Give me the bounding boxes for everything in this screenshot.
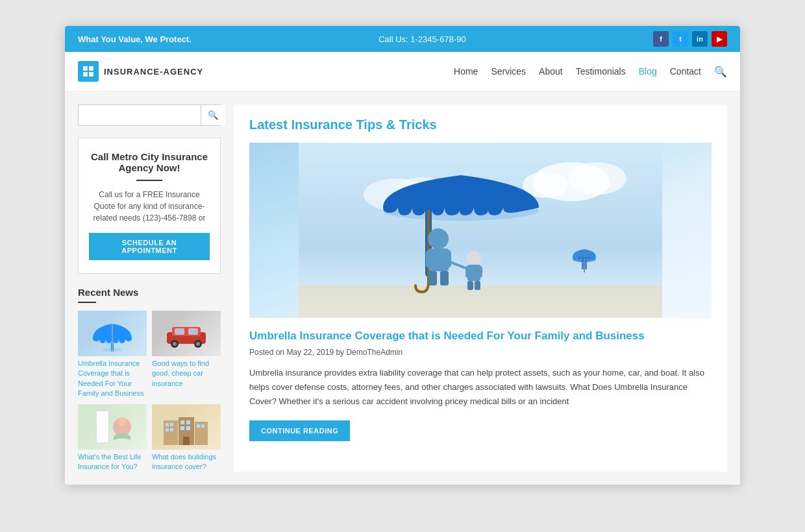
svg-rect-43 [426,250,432,268]
slogan: What You Value, We Protect. [78,34,192,44]
nav-about[interactable]: About [539,66,563,77]
svg-rect-46 [440,271,449,285]
svg-rect-30 [201,424,204,428]
svg-rect-3 [89,72,93,77]
article-title[interactable]: Umbrella Insurance Coverage that is Need… [249,328,712,344]
svg-point-47 [467,251,481,265]
logo-text: INSURANCE-AGENCY [104,67,203,77]
news-item-1: Umbrella Insurance Coverage that is Need… [78,311,147,399]
browser-frame: What You Value, We Protect. Call Us: 1-2… [65,26,740,485]
svg-rect-27 [180,426,184,430]
svg-rect-51 [467,281,473,290]
news-thumb-3 [78,404,147,450]
nav-blog[interactable]: Blog [639,66,657,77]
search-input[interactable] [79,105,201,125]
svg-point-13 [196,342,200,346]
article-meta: Posted on May 22, 2019 by DemoTheAdmin [249,348,712,357]
news-item-4: What does buildings insurance cover? [152,404,221,472]
header: INSURANCE-AGENCY Home Services About Tes… [65,52,740,91]
svg-rect-8 [175,328,184,335]
article-author: DemoTheAdmin [346,348,402,357]
svg-rect-0 [83,66,88,71]
main-nav: Home Services About Testimonials Blog Co… [454,66,727,78]
svg-rect-52 [475,281,480,290]
svg-point-17 [118,417,126,426]
recent-news-heading: Recent News [78,287,221,298]
news-thumb-1 [78,311,147,356]
sidebar: 🔍 Call Metro City Insurance Agency Now! … [78,104,221,472]
article-date: May 22, 2019 [286,348,336,357]
phone: Call Us: 1-2345-678-90 [378,34,465,44]
nav-testimonials[interactable]: Testimonials [576,66,626,77]
logo-icon [78,61,99,82]
section-title: Latest Insurance Tips & Tricks [249,117,712,132]
article-body: Umbrella insurance provides extra liabil… [249,366,712,409]
youtube-icon[interactable]: ▶ [712,31,727,47]
news-item-3: What's the Best Life Insurance for You? [78,404,147,472]
search-icon[interactable]: 🔍 [714,66,727,78]
svg-rect-45 [428,271,437,285]
search-box[interactable]: 🔍 [78,104,221,126]
cta-title: Call Metro City Insurance Agency Now! [89,151,210,173]
nav-services[interactable]: Services [491,66,526,77]
news-thumb-2 [152,311,221,356]
news-item-2: Good ways to find good, cheap car insura… [152,311,221,399]
svg-rect-28 [186,426,190,430]
nav-home[interactable]: Home [454,66,478,77]
svg-rect-22 [170,423,173,426]
search-button[interactable]: 🔍 [201,105,225,125]
recent-news-divider [78,302,96,303]
svg-rect-44 [445,250,451,268]
recent-news: Recent News Umbrella Insurance Coverage … [78,287,221,472]
main-content: 🔍 Call Metro City Insurance Agency Now! … [65,91,740,485]
svg-rect-38 [299,285,662,318]
svg-rect-21 [166,423,169,426]
linkedin-icon[interactable]: in [692,31,708,47]
news-link-2[interactable]: Good ways to find good, cheap car insura… [152,359,221,389]
continue-reading-button[interactable]: CONTINUE READING [249,420,350,441]
twitter-icon[interactable]: t [673,31,688,47]
svg-rect-2 [83,72,88,77]
svg-point-34 [568,162,626,195]
svg-rect-1 [89,66,93,71]
svg-rect-25 [180,420,184,424]
svg-rect-29 [197,424,200,428]
nav-contact[interactable]: Contact [670,66,701,77]
svg-rect-26 [186,420,190,424]
news-link-3[interactable]: What's the Best Life Insurance for You? [78,452,147,472]
logo[interactable]: INSURANCE-AGENCY [78,61,203,82]
svg-rect-50 [478,266,482,278]
svg-rect-9 [188,328,198,335]
article-hero-image [249,143,712,318]
schedule-button[interactable]: SCHEDULE AN APPOINTMENT [89,233,210,260]
news-link-4[interactable]: What does buildings insurance cover? [152,452,221,472]
svg-point-41 [428,228,449,249]
news-thumb-4 [152,404,221,450]
svg-rect-24 [170,428,173,431]
svg-rect-31 [183,437,190,445]
facebook-icon[interactable]: f [653,31,669,47]
meta-prefix: Posted on [249,348,286,357]
news-link-1[interactable]: Umbrella Insurance Coverage that is Need… [78,359,147,399]
svg-rect-23 [166,428,169,431]
social-icons: f t in ▶ [653,31,727,47]
cta-box: Call Metro City Insurance Agency Now! Ca… [78,138,221,274]
author-prefix: by [336,348,346,357]
top-bar: What You Value, We Protect. Call Us: 1-2… [65,26,740,52]
content-area: Latest Insurance Tips & Tricks [234,104,727,472]
news-grid: Umbrella Insurance Coverage that is Need… [78,311,221,472]
cta-divider [136,180,162,181]
cta-body: Call us for a FREE Insurance Quote for a… [89,189,210,224]
svg-rect-15 [97,411,108,442]
svg-point-11 [173,342,177,346]
